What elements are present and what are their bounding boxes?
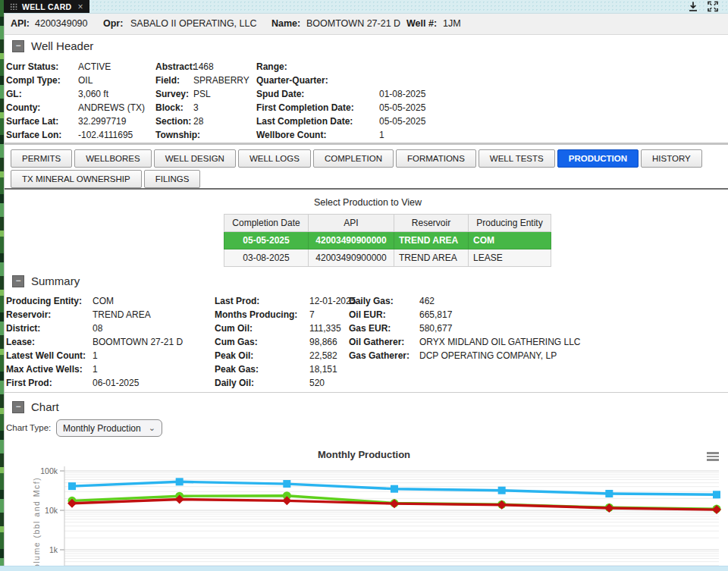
field-label: Surface Lon: xyxy=(6,128,78,142)
field-label: Spud Date: xyxy=(256,87,379,101)
field-row: Latest Well Count:1 xyxy=(6,349,183,362)
field-row: Last Prod:12-01-2025 xyxy=(215,294,356,308)
field-value: 580,677 xyxy=(419,323,452,334)
tab-formations[interactable]: FORMATIONS xyxy=(396,149,476,168)
tab-strip: PERMITSWELLBORESWELL DESIGNWELL LOGSCOMP… xyxy=(11,149,728,190)
field-label: Last Completion Date: xyxy=(256,115,379,128)
table-body: 05-05-202542003490900000TREND AREACOM03-… xyxy=(224,232,551,267)
collapse-chart-button[interactable]: − xyxy=(12,401,24,413)
id-field-label: Well #: xyxy=(406,18,437,29)
well-card-tab[interactable]: WELL CARD × xyxy=(4,0,89,13)
id-field-value: 4200349090 xyxy=(35,18,88,29)
section-divider xyxy=(5,392,728,393)
field-row: Gas Gatherer:DCP OPERATING COMPANY, LP xyxy=(349,349,581,362)
field-row: Oil Gatherer:ORYX MIDLAND OIL GATHERING … xyxy=(349,335,581,349)
field-label: Reservoir: xyxy=(6,308,93,322)
download-icon[interactable] xyxy=(687,1,699,12)
column-header: Completion Date xyxy=(224,215,309,232)
field-row: Last Completion Date:05-05-2025 xyxy=(256,115,425,128)
id-field-value: BOOMTOWN 27-21 D xyxy=(306,18,400,29)
chart-type-value: Monthly Production xyxy=(63,423,141,434)
tab-row: PERMITSWELLBORESWELL DESIGNWELL LOGSCOMP… xyxy=(11,149,728,168)
expand-icon[interactable] xyxy=(707,1,719,12)
field-column: Curr Status:ACTIVECompl Type:OILGL:3,060… xyxy=(6,60,145,142)
cell: 42003490900000 xyxy=(309,249,394,267)
well-id-bar: API:4200349090Opr:SABALO II OPERATING, L… xyxy=(5,14,728,35)
tab-row: TX MINERAL OWNERSHIPFILINGS xyxy=(11,170,728,188)
field-row: District:08 xyxy=(6,322,183,335)
field-value: SPRABERRY xyxy=(193,75,249,86)
collapse-summary-button[interactable]: − xyxy=(12,275,24,287)
tab-wellbores[interactable]: WELLBORES xyxy=(74,149,152,168)
tab-completion[interactable]: COMPLETION xyxy=(313,149,394,168)
tab-history[interactable]: HISTORY xyxy=(641,149,702,168)
field-label: Gas Gatherer: xyxy=(349,349,419,362)
field-value: 06-01-2025 xyxy=(93,378,139,388)
field-value: 05-05-2025 xyxy=(379,116,425,127)
summary-section-head: − Summary xyxy=(12,275,80,287)
field-row: Block:3 xyxy=(155,101,249,115)
field-label: First Completion Date: xyxy=(256,101,379,115)
field-label: Last Prod: xyxy=(215,294,309,308)
bottom-scroll-strip[interactable] xyxy=(0,566,728,571)
field-row: Wellbore Count:1 xyxy=(256,128,425,142)
field-label: Lease: xyxy=(6,335,93,349)
field-value: ACTIVE xyxy=(78,61,111,72)
field-label: Compl Type: xyxy=(6,74,78,87)
panel-left-border xyxy=(4,0,5,571)
field-row: Township: xyxy=(155,128,249,142)
tab-well-logs[interactable]: WELL LOGS xyxy=(238,149,311,168)
tab-production[interactable]: PRODUCTION xyxy=(557,149,639,168)
field-label: First Prod: xyxy=(6,376,93,390)
field-value: 98,866 xyxy=(309,337,337,347)
tab-filings[interactable]: FILINGS xyxy=(144,170,201,188)
field-value: 462 xyxy=(419,296,435,306)
field-row: Daily Oil:520 xyxy=(215,376,356,390)
tab-well-design[interactable]: WELL DESIGN xyxy=(154,149,236,168)
svg-text:100k: 100k xyxy=(40,466,58,475)
field-value: -102.4111695 xyxy=(78,130,133,140)
production-row[interactable]: 03-08-202542003490900000TREND AREALEASE xyxy=(224,249,551,267)
tab-permits[interactable]: PERMITS xyxy=(11,149,72,168)
field-value: 28 xyxy=(193,116,203,127)
close-icon[interactable]: × xyxy=(78,2,83,12)
tab-well-tests[interactable]: WELL TESTS xyxy=(479,149,555,168)
tab-strip-underline xyxy=(5,188,728,190)
cell: 03-08-2025 xyxy=(224,249,309,267)
chart-section-head: − Chart xyxy=(12,400,59,413)
table-header-row: Completion DateAPIReservoirProducing Ent… xyxy=(224,215,551,232)
field-label: Quarter-Quarter: xyxy=(256,74,379,87)
field-value: 665,817 xyxy=(419,309,452,320)
grid-icon xyxy=(10,3,17,10)
field-value: DCP OPERATING COMPANY, LP xyxy=(419,350,557,361)
well-header-section-head: − Well Header xyxy=(12,39,93,52)
summary-title: Summary xyxy=(31,275,80,287)
field-label: Daily Gas: xyxy=(349,294,419,308)
field-label: Cum Oil: xyxy=(215,322,309,335)
field-label: Gas EUR: xyxy=(349,322,419,335)
field-row: Curr Status:ACTIVE xyxy=(6,60,145,74)
collapse-well-header-button[interactable]: − xyxy=(12,40,24,52)
production-row[interactable]: 05-05-202542003490900000TREND AREACOM xyxy=(224,232,551,249)
field-row: First Completion Date:05-05-2025 xyxy=(256,101,425,115)
field-row: Max Active Wells:1 xyxy=(6,362,183,376)
chart-type-select[interactable]: Monthly Production ⌄ xyxy=(56,419,162,437)
table-head: Completion DateAPIReservoirProducing Ent… xyxy=(224,215,551,232)
chart-menu-icon[interactable] xyxy=(707,452,719,463)
field-row: Gas EUR:580,677 xyxy=(349,322,581,335)
field-value: COM xyxy=(93,296,114,306)
window-topbar: WELL CARD × xyxy=(4,0,728,14)
well-header-title: Well Header xyxy=(31,39,93,52)
field-value: 01-08-2025 xyxy=(379,89,425,99)
field-label: Surface Lat: xyxy=(6,115,78,128)
tab-tx-mineral-ownership[interactable]: TX MINERAL OWNERSHIP xyxy=(11,170,142,188)
field-row: Oil EUR:665,817 xyxy=(349,308,581,322)
chart-type-label: Chart Type: xyxy=(6,423,51,432)
field-label: Block: xyxy=(155,101,193,115)
field-row: Daily Gas:462 xyxy=(349,294,581,308)
svg-text:10k: 10k xyxy=(45,506,58,515)
chevron-down-icon: ⌄ xyxy=(149,423,155,433)
field-label: GL: xyxy=(6,87,78,101)
field-row: Months Producing:7 xyxy=(215,308,356,322)
cell: 42003490900000 xyxy=(309,232,394,249)
